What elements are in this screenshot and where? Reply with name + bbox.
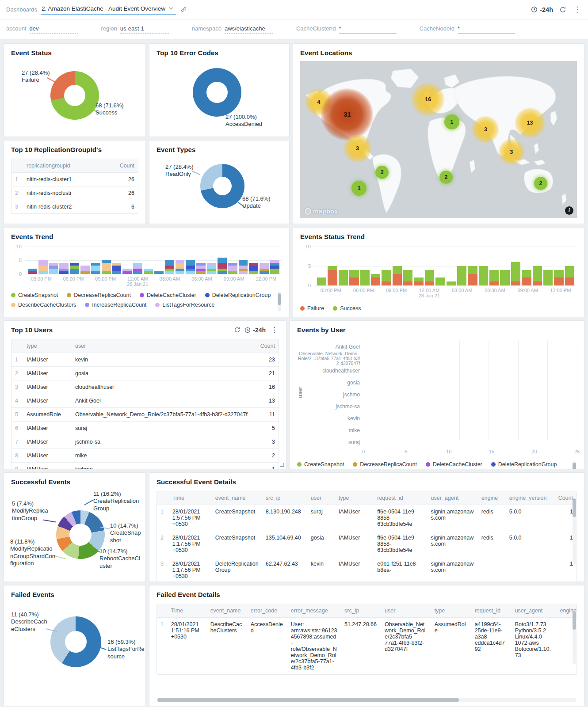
- trend-bar[interactable]: [239, 247, 248, 274]
- trend-bar[interactable]: [133, 247, 142, 274]
- table-row[interactable]: 2nitin-redis-noclustr26: [11, 186, 138, 200]
- mapbox-logo[interactable]: mapbox: [305, 208, 338, 215]
- filter-account[interactable]: account dev: [6, 25, 78, 34]
- legend-item[interactable]: DecreaseReplicaCount: [353, 461, 417, 468]
- trend-bar[interactable]: [393, 247, 402, 285]
- map-bubble[interactable]: 31: [321, 88, 373, 141]
- trend-bar[interactable]: [186, 247, 195, 274]
- trend-bar[interactable]: [360, 247, 370, 285]
- trend-bar[interactable]: [447, 247, 456, 285]
- user-bar-row[interactable]: jschmo-sa: [363, 400, 577, 412]
- failed-events-donut[interactable]: [50, 616, 101, 667]
- table-row[interactable]: 3nitin-redis-cluster26: [11, 200, 138, 214]
- map-bubble[interactable]: 2: [439, 171, 453, 184]
- event-status-donut[interactable]: [50, 71, 99, 120]
- legend-item[interactable]: DeleteCacheCluster: [140, 292, 196, 298]
- table-row[interactable]: 128/01/2021 1:57:56 PM +0530CreateSnapsh…: [157, 505, 577, 531]
- filter-region[interactable]: region us-east-1: [101, 25, 169, 34]
- table-row[interactable]: 8IAMUsermike2: [11, 449, 279, 463]
- trend-bar[interactable]: [207, 247, 216, 274]
- legend-scrollbar[interactable]: [278, 292, 281, 312]
- table-row[interactable]: 328/01/2021 1:17:56 PM +0530DeleteReplic…: [157, 557, 577, 582]
- trend-bar[interactable]: [533, 247, 542, 285]
- trend-bar[interactable]: [382, 247, 391, 285]
- trend-bar[interactable]: [554, 247, 563, 285]
- table-row[interactable]: 3IAMUsercloudhealthuser16: [11, 380, 279, 394]
- table-horizontal-scrollbar[interactable]: [157, 698, 576, 702]
- legend-item[interactable]: DescribeCacheClusters: [11, 302, 76, 308]
- trend-bar[interactable]: [218, 247, 227, 274]
- trend-bar[interactable]: [489, 247, 499, 285]
- trend-bar[interactable]: [176, 247, 185, 274]
- trend-bar[interactable]: [249, 247, 258, 274]
- trend-bar[interactable]: [435, 247, 445, 285]
- filter-value[interactable]: aws/elasticache: [225, 25, 273, 34]
- trend-bar[interactable]: [371, 247, 380, 285]
- table-row[interactable]: 128/01/2021 1:51:16 PM +0530DescribeCach…: [157, 618, 577, 675]
- trend-bar[interactable]: [196, 247, 206, 274]
- trend-bar[interactable]: [457, 247, 466, 285]
- time-range-control[interactable]: -24h: [531, 6, 553, 13]
- trend-bar[interactable]: [112, 247, 122, 274]
- trend-bar[interactable]: [228, 247, 237, 274]
- panel-refresh-icon[interactable]: [234, 327, 241, 333]
- legend-item[interactable]: ModifyReplicationGroup: [11, 312, 77, 312]
- filter-value[interactable]: *: [339, 25, 397, 34]
- successful-events-donut[interactable]: [56, 510, 105, 559]
- trend-bar[interactable]: [403, 247, 412, 285]
- trend-bar[interactable]: [317, 247, 326, 285]
- chevron-down-icon[interactable]: [169, 7, 173, 10]
- trend-bar[interactable]: [38, 247, 48, 274]
- trend-bar[interactable]: [165, 247, 174, 274]
- map-bubble[interactable]: 13: [515, 107, 546, 138]
- legend-item[interactable]: DeleteCacheCluster: [426, 461, 482, 468]
- trend-bar[interactable]: [70, 247, 79, 274]
- table-row[interactable]: 2IAMUsergosia21: [11, 367, 279, 380]
- trend-bar[interactable]: [80, 247, 90, 274]
- trend-bar[interactable]: [414, 247, 423, 285]
- filter-value[interactable]: *: [458, 25, 515, 34]
- user-bar-row[interactable]: Observable_Network_Demo_Role/2...37bfa5-…: [363, 353, 577, 365]
- refresh-icon[interactable]: [559, 6, 566, 13]
- legend-item[interactable]: [99, 312, 103, 312]
- table-row[interactable]: 1IAMUserkevin23: [11, 353, 279, 367]
- trend-bar[interactable]: [468, 247, 477, 285]
- legend-item[interactable]: DeleteReplicationGroup: [205, 292, 271, 298]
- table-vertical-scrollbar[interactable]: [573, 498, 576, 565]
- table-row[interactable]: 7IAMUserjschmo-sa3: [11, 435, 279, 449]
- share-link-icon[interactable]: [180, 6, 187, 13]
- map-info-icon[interactable]: i: [565, 206, 573, 215]
- filter-cacheclusterid[interactable]: CacheClusterId *: [296, 25, 397, 34]
- table-row[interactable]: 1nitin-redis-cluster126: [11, 173, 138, 186]
- map-bubble[interactable]: 3: [498, 139, 525, 165]
- trend-bar[interactable]: [59, 247, 69, 274]
- trend-bar[interactable]: [270, 247, 279, 274]
- dashboard-title[interactable]: 2. Amazon ElastiCache - Audit Event Over…: [41, 4, 176, 15]
- map-bubble[interactable]: 1: [444, 114, 459, 129]
- trend-bar[interactable]: [565, 247, 574, 285]
- legend-item[interactable]: Success: [333, 304, 361, 313]
- trend-bar[interactable]: [28, 247, 37, 274]
- trend-bar[interactable]: [144, 247, 153, 274]
- trend-bar[interactable]: [425, 247, 434, 285]
- table-row[interactable]: 4IAMUserAnkit Goel13: [11, 394, 279, 408]
- user-bar-row[interactable]: gosia: [363, 376, 577, 388]
- trend-bar[interactable]: [511, 247, 520, 285]
- breadcrumb[interactable]: Dashboards: [6, 6, 37, 13]
- trend-bar[interactable]: [91, 247, 100, 274]
- table-vertical-scrollbar[interactable]: [573, 611, 576, 664]
- trend-bar[interactable]: [349, 247, 359, 285]
- user-bar-row[interactable]: mike: [363, 424, 577, 436]
- table-row[interactable]: 228/01/2021 1:17:56 PM +0530CreateSnapsh…: [157, 531, 577, 557]
- user-bar-row[interactable]: jschmo: [363, 388, 577, 400]
- trend-bar[interactable]: [479, 247, 488, 285]
- table-row[interactable]: 6IAMUsersuraj5: [11, 422, 279, 435]
- trend-bar[interactable]: [260, 247, 269, 274]
- world-map[interactable]: mapbox i 431163121313322: [300, 61, 577, 218]
- map-bubble[interactable]: 3: [344, 134, 372, 163]
- filter-cachenodeid[interactable]: CacheNodeId *: [420, 25, 515, 34]
- trend-bar[interactable]: [154, 247, 164, 274]
- trend-bar[interactable]: [543, 247, 553, 285]
- panel-time-range-control[interactable]: -24h: [244, 327, 266, 334]
- legend-item[interactable]: [86, 312, 90, 312]
